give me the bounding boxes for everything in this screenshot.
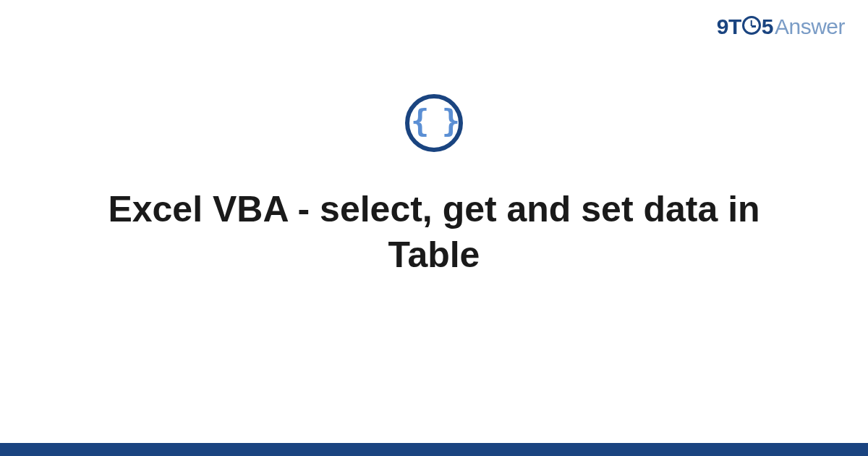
logo-text-9t: 9T — [717, 14, 741, 39]
code-braces-icon: { } — [405, 94, 463, 152]
site-logo: 9T 5 Answer — [717, 14, 845, 39]
braces-glyph: { } — [411, 106, 457, 137]
page-title: Excel VBA - select, get and set data in … — [87, 187, 781, 277]
main-content: { } Excel VBA - select, get and set data… — [0, 94, 868, 277]
footer-accent-bar — [0, 443, 868, 456]
logo-text-5: 5 — [762, 14, 773, 39]
logo-text-answer: Answer — [775, 14, 845, 39]
clock-icon — [742, 16, 761, 35]
